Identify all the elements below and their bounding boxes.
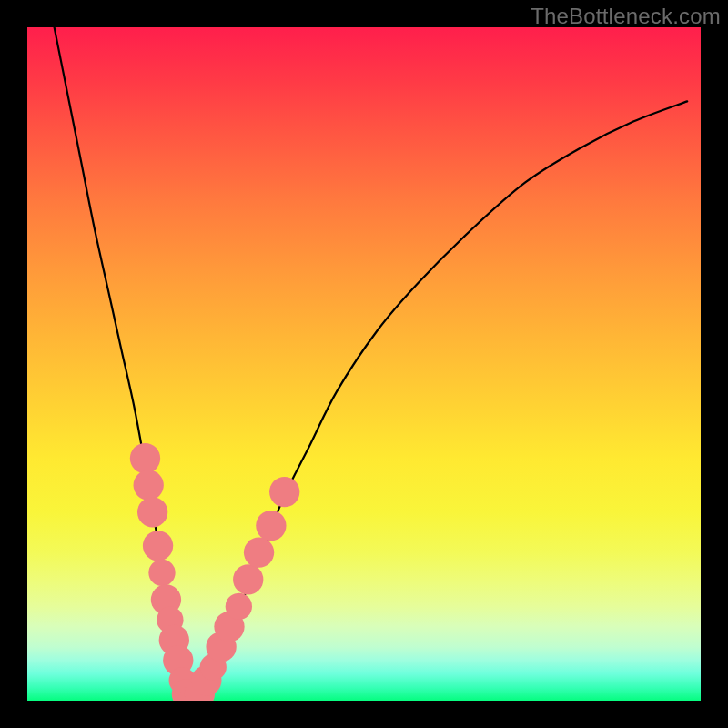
curve-markers (130, 443, 299, 701)
curve-marker (256, 511, 286, 541)
curve-marker (269, 477, 299, 507)
curve-marker (134, 470, 164, 500)
curve-marker (130, 443, 160, 473)
curve-marker (137, 497, 167, 527)
curve-marker (226, 593, 252, 620)
bottleneck-curve (55, 27, 688, 701)
chart-svg (27, 27, 701, 701)
curve-marker (233, 564, 263, 594)
curve-marker (143, 531, 173, 561)
plot-area (27, 27, 701, 701)
watermark-label: TheBottleneck.com (531, 4, 721, 29)
curve-marker (148, 560, 175, 586)
chart-frame: TheBottleneck.com (0, 0, 728, 728)
curve-marker (244, 538, 274, 568)
